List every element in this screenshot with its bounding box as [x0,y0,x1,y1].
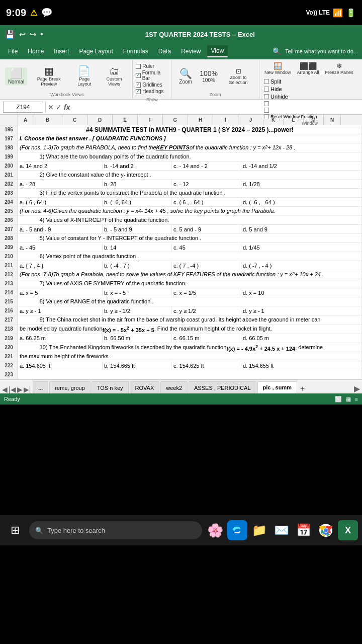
add-sheet-button[interactable]: + [298,384,307,393]
split-button[interactable]: Split [262,78,319,85]
normal-view-button[interactable]: ⬜ Normal [5,67,27,86]
spreadsheet-cell[interactable]: c. ( 6 , - 64 ) [172,198,241,206]
spreadsheet-cell[interactable]: #4 SUMMATIVE TEST in MATH9 - QUARTER 1 (… [18,125,362,134]
ruler-checkbox[interactable] [136,64,141,69]
spreadsheet-cell[interactable]: a. - 5 and - 9 [18,225,103,233]
spreadsheet-cell[interactable]: (For nos. 7-8) To graph a Parabola, need… [18,270,362,279]
spreadsheet-cell[interactable]: d. -14 and 1/2 [241,162,362,170]
spreadsheet-cell[interactable]: a. 14 and 2 [18,162,103,170]
menu-formulas[interactable]: Formulas [119,46,152,57]
spreadsheet-cell[interactable]: d. 1/28 [241,180,362,188]
cancel-formula-button[interactable]: ✕ [48,103,54,111]
flower-app-icon[interactable]: 🌸 [205,520,225,540]
sheet-tab-week2[interactable]: week2 [160,381,188,393]
spreadsheet-cell[interactable]: a. ( 6 , 64 ) [18,198,103,206]
menu-data[interactable]: Data [154,46,175,57]
sheet-tab-asses-periodical[interactable]: ASSES , PERIODICAL [189,381,256,393]
formula-bar-check[interactable]: Formula Bar [136,70,168,81]
sheet-nav-next[interactable]: ▶ [17,385,23,393]
formula-input[interactable] [72,102,359,113]
spreadsheet-cell[interactable]: b. - 5 and 9 [103,225,172,233]
redo-icon[interactable]: ↪ [30,30,36,39]
spreadsheet-cell[interactable]: c. 5 and - 9 [172,225,241,233]
menu-file[interactable]: File [4,46,22,57]
spreadsheet-cell[interactable]: b. 14 [103,243,172,252]
menu-insert[interactable]: Insert [50,46,73,57]
formula-bar-checkbox[interactable] [136,73,140,78]
spreadsheet-cell[interactable]: d. ( -6 , - 64 ) [241,198,362,206]
tell-me-search[interactable]: Tell me what you want to do... [285,48,358,54]
unhide-button[interactable]: Unhide [262,93,319,100]
menu-review[interactable]: Review [177,46,205,57]
spreadsheet-cell[interactable]: 4) Values of X-INTERCEPT of the quadrati… [18,216,362,224]
spreadsheet-cell[interactable]: 8) Values of RANGE of the quadratic func… [18,297,362,306]
spreadsheet-cell[interactable]: c. ( 7 , -4 ) [172,261,241,270]
spreadsheet-cell[interactable]: c. - 14 and - 2 [172,162,241,170]
gridlines-checkbox[interactable] [136,83,141,88]
spreadsheet-cell[interactable]: d. x = 10 [241,288,362,297]
spreadsheet-cell[interactable]: 2) Give the constant value of the y- int… [18,171,362,179]
page-layout-button[interactable]: 📄 Page Layout [71,65,98,88]
new-window-button[interactable]: 🪟 New Window [262,61,293,76]
spreadsheet-cell[interactable]: 9) The China rocket shot in the air from… [18,315,362,324]
spreadsheet-cell[interactable]: c. x = 1/5 [172,288,241,297]
sheet-nav-end[interactable]: ▶| [24,385,31,393]
spreadsheet-cell[interactable]: d. 1/45 [241,243,362,252]
spreadsheet-cell[interactable]: 3) Find the vertex points to construct t… [18,189,362,197]
spreadsheet-cell[interactable]: a. - 28 [18,180,103,188]
spreadsheet-cell[interactable]: I. Choose the best answer . [ QUADRATIC … [18,134,362,143]
spreadsheet-cell[interactable]: c. 154.625 ft [172,361,241,370]
spreadsheet-cell[interactable]: b. y ≥ - 1/2 [103,306,172,315]
spreadsheet-cell[interactable]: d. 66.05 m [241,334,362,343]
sheet-tab-tos-n-key[interactable]: TOS n key [92,381,129,393]
hide-button[interactable]: Hide [262,86,319,93]
excel-taskbar-icon[interactable]: X [338,520,358,540]
edge-browser-icon[interactable] [227,520,247,540]
zoom-selection-button[interactable]: ⊡ Zoom to Selection [221,67,256,86]
view-break-icon[interactable]: ≡ [355,396,358,403]
spreadsheet-cell[interactable]: 7) Values of AXIS OF SYMMETRY of the qua… [18,279,362,288]
spreadsheet-cell[interactable]: a. 154.605 ft [18,361,103,370]
spreadsheet-cell[interactable]: b. 154.665 ft [103,361,172,370]
mail-app-icon[interactable]: ✉️ [272,520,292,540]
chrome-browser-icon[interactable] [316,520,336,540]
spreadsheet-cell[interactable]: b. -14 and 2 [103,162,172,170]
menu-page-layout[interactable]: Page Layout [75,46,117,57]
gridlines-check[interactable]: Gridlines [136,82,168,88]
spreadsheet-cell[interactable]: 6) Vertex point of the quadratic functio… [18,252,362,261]
spreadsheet-cell[interactable]: 10) The Enchanted Kingdom fireworks is d… [18,343,362,352]
calendar-app-icon[interactable]: 📅 [294,520,314,540]
spreadsheet-cell[interactable]: b. ( -4 , 7 ) [103,261,172,270]
spreadsheet-cell[interactable]: b. 28 [103,180,172,188]
spreadsheet-cell[interactable]: (For nos. 4-6) Given the quadratic funct… [18,207,362,215]
spreadsheet-cell[interactable]: d. 154.655 ft [241,361,362,370]
zoom-button[interactable]: 🔍 Zoom [174,67,197,86]
sheet-nav-prev[interactable]: ◀ [2,385,8,393]
spreadsheet-cell[interactable]: a. x = 5 [18,288,103,297]
view-layout-icon[interactable]: ▦ [346,396,351,403]
taskbar-search-box[interactable]: 🔍 Type here to search [29,521,202,539]
spreadsheet-cell[interactable]: 5) Value of constant for Y - INTERCEPT o… [18,234,362,243]
spreadsheet-cell[interactable]: c. y ≥ 1/2 [172,306,241,315]
windows-start-button[interactable]: ⊞ [4,519,26,541]
spreadsheet-cell[interactable]: a. 66.25 m [18,334,103,343]
spreadsheet-cell[interactable]: d. 5 and 9 [241,225,362,233]
file-explorer-icon[interactable]: 📁 [249,520,269,540]
cell-reference-box[interactable] [3,102,43,113]
spreadsheet-cell[interactable]: be modelled by quadratic function f(x) =… [18,325,362,334]
sheet-tab-pic-summ[interactable]: pic , summ [257,381,297,393]
spreadsheet-cell[interactable]: c. - 12 [172,180,241,188]
spreadsheet-cell[interactable]: c. 45 [172,243,241,252]
headings-check[interactable]: Headings [136,89,168,94]
sheet-nav-start[interactable]: |◀ [9,385,16,393]
more-icon[interactable]: • [40,30,43,39]
spreadsheet-cell[interactable]: c. 66.15 m [172,334,241,343]
view-normal-icon[interactable]: ⬜ [335,396,342,403]
spreadsheet-cell[interactable]: d. ( -7 , - 4 ) [241,261,362,270]
sheet-tab-reme-group[interactable]: reme, group [49,381,90,393]
spreadsheet-cell[interactable]: b. 66.50 m [103,334,172,343]
custom-views-button[interactable]: 🗂 Custom Views [99,65,129,88]
spreadsheet-cell[interactable]: d. y ≥ - 1 [241,306,362,315]
spreadsheet-cell[interactable]: (For nos. 1-3) To graph the PARABOLA, ne… [18,143,362,152]
menu-home[interactable]: Home [24,46,48,57]
